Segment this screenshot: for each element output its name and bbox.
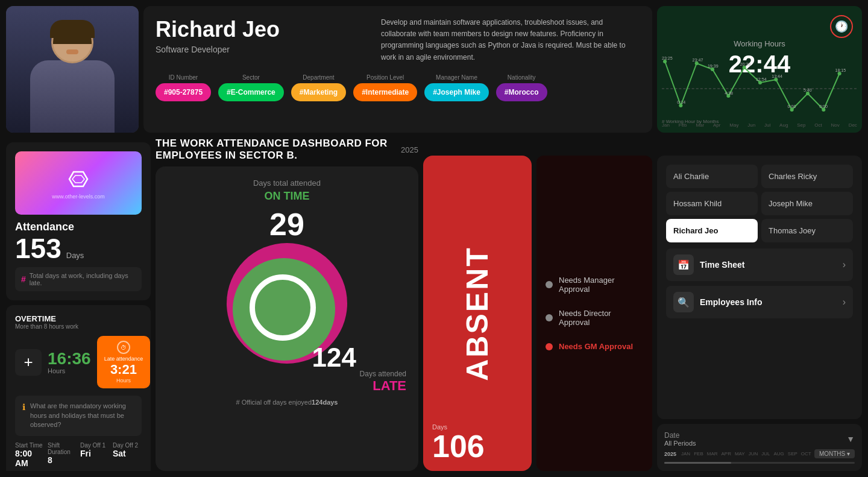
date-label: Date [664, 431, 696, 440]
brand-logo-icon [66, 167, 90, 191]
late-time: 3:21 [104, 362, 143, 377]
start-time-label: Start Time [15, 442, 44, 449]
absent-days-num: 106 [432, 431, 485, 462]
tag-dept-value: #Marketing [291, 83, 346, 101]
tag-position: Position Level #Intermediate [353, 74, 417, 101]
timesheet-action[interactable]: 📅 Time Sheet › [666, 248, 853, 281]
absent-card: ABSENT Days 106 [423, 156, 532, 471]
svg-text:20:28: 20:28 [740, 62, 751, 66]
late-label-text: Days attended [360, 370, 406, 378]
tag-dept: Department #Marketing [291, 74, 346, 101]
svg-text:19:39: 19:39 [708, 64, 719, 68]
approval-label-0: Needs Manager Approval [559, 276, 643, 294]
dayoff1-val: Fri [80, 449, 109, 458]
tag-id: ID Number #905-27875 [156, 74, 211, 101]
employee-charles-ricky[interactable]: Charles Ricky [761, 165, 853, 188]
timesheet-label: Time Sheet [700, 260, 837, 270]
profile-description: Develop and maintain software applicatio… [381, 17, 640, 63]
svg-text:12:54: 12:54 [756, 77, 767, 81]
employee-ali-charlie[interactable]: Ali Charlie [666, 165, 758, 188]
employee-joseph[interactable]: Joseph Mike [761, 192, 853, 215]
attendance-info-text: Total days at work, including days late. [30, 272, 136, 286]
start-time-val: 8:00 AM [15, 449, 44, 468]
profile-title: Software Developer [156, 45, 280, 54]
svg-text:0:00: 0:00 [819, 104, 828, 109]
svg-text:4:38: 4:38 [725, 91, 733, 95]
official-days-label: # Official off days enjoyed124days [236, 399, 338, 406]
attendance-unit: Days [66, 251, 84, 260]
dayoff1-item: Day Off 1 Fri [80, 442, 109, 468]
shift-item: Shift Duration 8 [48, 442, 77, 468]
tag-nat-label: Nationality [496, 74, 547, 81]
date-section: Date All Periods ▼ 2025 JAN FEB MAR APR … [657, 424, 862, 471]
months-filter[interactable]: MONTHS ▾ [814, 449, 855, 458]
employee-thomas[interactable]: Thomas Joey [761, 219, 853, 242]
date-period: All Periods [664, 440, 696, 447]
tag-sector-value: #E-Commerce [218, 83, 284, 101]
timesheet-arrow: › [843, 259, 846, 270]
ontime-count: 29 [269, 209, 304, 240]
dayoff2-label: Day Off 2 [113, 442, 142, 449]
svg-text:0:14: 0:14 [677, 100, 685, 104]
approval-item-1: Needs Director Approval [546, 309, 643, 327]
shift-label: Shift Duration [48, 442, 77, 455]
plus-button[interactable]: + [15, 349, 42, 376]
dayoff2-item: Day Off 2 Sat [113, 442, 142, 468]
employee-richard[interactable]: Richard Jeo [666, 219, 758, 242]
approval-item-0: Needs Manager Approval [546, 276, 643, 294]
tag-id-value: #905-27875 [156, 83, 211, 101]
late-unit: Hours [104, 377, 143, 384]
approval-panel: Needs Manager Approval Needs Director Ap… [536, 156, 652, 471]
employees-info-arrow: › [843, 297, 846, 308]
dayoff2-val: Sat [113, 449, 142, 458]
approval-item-2: Needs GM Approval [546, 342, 643, 351]
dashboard-title-text: THE WORK ATTENDANCE DASHBOARD FOR EMPLOY… [156, 137, 396, 162]
start-time-item: Start Time 8:00 AM [15, 442, 44, 468]
search-icon: 🔍 [673, 292, 694, 312]
ontime-label: Days total attended [253, 178, 321, 188]
employee-hossam[interactable]: Hossam Khild [666, 192, 758, 215]
late-label: Late attendance [104, 356, 143, 362]
tag-mgr-label: Manager Name [424, 74, 489, 81]
employees-info-label: Employees Info [700, 297, 837, 307]
approval-label-2: Needs GM Approval [559, 342, 633, 351]
tag-sector: Sector #E-Commerce [218, 74, 284, 101]
info-text: What are the mandatory working hours and… [30, 402, 134, 429]
svg-text:18:15: 18:15 [835, 68, 846, 72]
profile-info: Richard Jeo Software Developer Develop a… [143, 6, 652, 133]
tag-sector-label: Sector [218, 74, 284, 81]
tag-manager: Manager Name #Joseph Mike [424, 74, 489, 101]
wh-title: Working Hours [666, 39, 853, 48]
late-attendance-badge: ⏱ Late attendance 3:21 Hours [97, 336, 151, 388]
tag-nat-value: #Morocco [496, 83, 547, 101]
late-status: LATE [360, 378, 406, 394]
svg-text:0:00: 0:00 [788, 104, 796, 109]
info-icon: ℹ [22, 402, 25, 412]
logo-url: www.other-levels.com [52, 194, 105, 200]
calendar-icon: 📅 [673, 254, 694, 275]
svg-text:23:25: 23:25 [662, 56, 673, 60]
attendance-days: 153 [15, 235, 61, 262]
filter-icon: ▼ [846, 434, 855, 444]
profile-name: Richard Jeo [156, 17, 280, 42]
profile-photo [6, 6, 139, 133]
tag-nationality: Nationality #Morocco [496, 74, 547, 101]
overtime-sub: More than 8 hours work [15, 323, 78, 330]
attendance-panel: www.other-levels.com Attendance 153 Days… [6, 142, 151, 300]
attendance-label: Attendance [15, 221, 74, 233]
svg-text:23:47: 23:47 [693, 58, 703, 62]
tag-pos-label: Position Level [353, 74, 417, 81]
overtime-label: OVERTIME [15, 314, 78, 323]
clock-icon: 🕐 [830, 15, 853, 38]
overtime-time: 16:36 [48, 350, 91, 367]
dayoff1-label: Day Off 1 [80, 442, 109, 449]
tag-mgr-value: #Joseph Mike [424, 83, 489, 101]
svg-text:13:44: 13:44 [772, 74, 782, 78]
tag-id-label: ID Number [156, 74, 211, 81]
svg-text:5:40: 5:40 [804, 88, 812, 92]
employees-info-action[interactable]: 🔍 Employees Info › [666, 286, 853, 318]
approval-label-1: Needs Director Approval [559, 309, 643, 327]
info-question-box: ℹ What are the mandatory working hours a… [15, 396, 142, 435]
employees-panel: Ali Charlie Charles Ricky Hossam Khild J… [657, 156, 862, 419]
absent-text: ABSENT [460, 246, 495, 381]
